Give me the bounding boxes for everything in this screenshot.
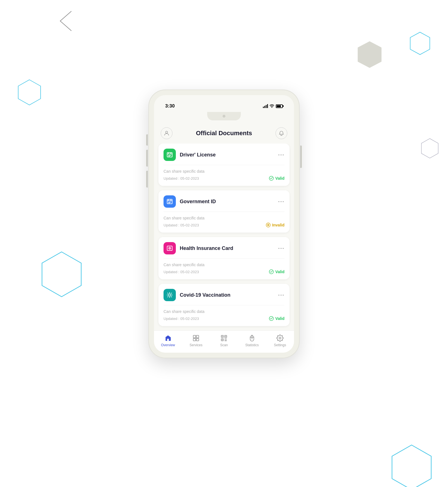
government-id-share-text: Can share specific data [164,216,284,220]
services-icon [192,334,200,342]
svg-point-28 [169,294,171,296]
covid-vaccination-icon [164,289,176,301]
status-icons [263,104,283,108]
drivers-license-status-label: Valid [275,176,284,181]
health-insurance-status-label: Valid [275,270,284,274]
nav-item-settings[interactable]: Settings [266,334,294,347]
wifi-icon [270,104,274,108]
covid-vaccination-updated: Updated : 05-02-2023 [164,317,199,321]
svg-rect-31 [193,335,196,338]
svg-rect-30 [167,339,169,341]
battery-icon [276,104,283,108]
svg-rect-40 [222,340,223,340]
scan-icon [220,334,228,342]
svg-rect-34 [196,338,199,341]
svg-rect-32 [196,335,199,338]
nav-label-overview: Overview [161,343,175,347]
health-insurance-icon [164,242,176,254]
nav-item-services[interactable]: Services [182,334,210,347]
drivers-license-share-text: Can share specific data [164,169,284,174]
screen-content: Official Documents [154,122,294,353]
home-icon [164,334,172,342]
svg-rect-39 [225,336,226,337]
government-id-menu[interactable]: ··· [278,198,284,205]
health-insurance-title: Health Insurance Card [180,245,233,251]
covid-vaccination-status: Valid [269,316,284,321]
covid-vaccination-menu[interactable]: ··· [278,292,284,298]
government-id-status-label: Invalid [272,223,284,227]
svg-point-44 [279,337,281,339]
health-insurance-share-text: Can share specific data [164,263,284,267]
drivers-license-menu[interactable]: ··· [278,152,284,158]
covid-vaccination-title: Covid-19 Vaccination [180,292,230,298]
svg-point-6 [272,107,272,108]
nav-label-scan: Scan [220,343,228,347]
document-card-covid-vaccination[interactable]: Covid-19 Vaccination ··· Can share speci… [158,284,290,326]
covid-vaccination-status-label: Valid [275,316,284,321]
government-id-title: Government ID [180,199,216,205]
svg-rect-33 [193,338,196,341]
profile-button[interactable] [161,127,172,139]
nav-item-scan[interactable]: Scan [210,334,238,347]
government-id-icon [164,195,176,208]
phone-screen: 3:30 [154,95,294,353]
health-insurance-status: Valid [269,269,284,274]
government-id-status: Invalid [266,223,284,228]
status-time: 3:30 [165,103,175,109]
documents-list: Driver' License ··· Can share specific d… [154,144,294,331]
document-card-drivers-license[interactable]: Driver' License ··· Can share specific d… [158,144,290,186]
statistics-icon [248,334,256,342]
signal-icon [263,104,268,108]
document-card-government-id[interactable]: Government ID ··· Can share specific dat… [158,190,290,233]
nav-label-services: Services [190,343,202,347]
svg-marker-2 [410,32,430,55]
svg-marker-0 [18,80,41,105]
bottom-navigation: Overview Services [154,331,294,353]
nav-label-statistics: Statistics [245,343,259,347]
health-insurance-menu[interactable]: ··· [278,245,284,252]
settings-icon [276,334,284,342]
drivers-license-updated: Updated : 05-02-2023 [164,176,199,181]
government-id-updated: Updated : 05-02-2023 [164,223,199,227]
phone-frame: 3:30 [148,90,300,358]
covid-vaccination-share-text: Can share specific data [164,309,284,314]
camera-dot [223,115,225,118]
status-bar: 3:30 [160,98,288,112]
page-title: Official Documents [196,130,252,137]
drivers-license-title: Driver' License [180,152,216,158]
nav-item-statistics[interactable]: Statistics [238,334,266,347]
svg-point-7 [165,131,167,133]
app-header: Official Documents [154,122,294,144]
svg-rect-38 [222,336,223,337]
svg-marker-3 [421,139,438,158]
nav-item-overview[interactable]: Overview [154,334,182,347]
drivers-license-icon [164,149,176,161]
health-insurance-updated: Updated : 05-02-2023 [164,270,199,274]
camera-notch [207,112,241,120]
svg-marker-1 [42,252,81,297]
drivers-license-status: Valid [269,176,284,181]
notification-button[interactable] [276,127,287,139]
document-card-health-insurance[interactable]: Health Insurance Card ··· Can share spec… [158,237,290,279]
svg-marker-5 [358,41,381,68]
nav-label-settings: Settings [274,343,286,347]
svg-marker-4 [392,445,431,487]
